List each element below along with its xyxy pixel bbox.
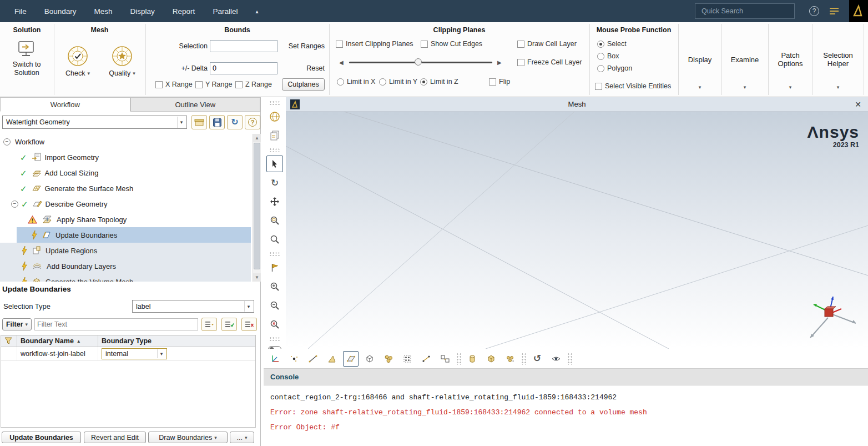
- column-header-boundary-type[interactable]: Boundary Type: [98, 335, 255, 347]
- update-boundaries-button[interactable]: Update Boundaries: [2, 432, 81, 443]
- tree-item-import-geometry[interactable]: ✓ Import Geometry: [0, 149, 251, 165]
- y-range-checkbox[interactable]: Y Range: [195, 81, 232, 88]
- patch-options-dropdown-button[interactable]: PatchOptions▾: [768, 22, 813, 97]
- filter-dropdown-button[interactable]: Filter▾: [2, 318, 32, 330]
- slider-handle[interactable]: [415, 58, 422, 66]
- undo-button[interactable]: ↺: [529, 351, 545, 367]
- workflow-save-button[interactable]: [209, 115, 225, 129]
- console-output[interactable]: contact_region_2-trg:168466 and shaft-re…: [264, 386, 868, 446]
- path-select-button[interactable]: [418, 351, 434, 367]
- table-row[interactable]: workflow-st-join-label internal▾: [1, 347, 255, 361]
- revert-and-edit-button[interactable]: Revert and Edit: [84, 432, 146, 443]
- select-object-button[interactable]: [381, 351, 396, 367]
- rotate-view-button[interactable]: ↻: [266, 174, 283, 191]
- collapse-icon[interactable]: −: [3, 138, 11, 146]
- globe-display-button[interactable]: [266, 108, 283, 125]
- list-expand-button[interactable]: [201, 318, 217, 331]
- select-visible-entities-checkbox[interactable]: Select Visible Entities: [595, 82, 671, 90]
- x-range-checkbox[interactable]: X Range: [155, 81, 193, 88]
- probe-polygon-radio[interactable]: Polygon: [597, 64, 632, 72]
- filter-column-header[interactable]: [1, 335, 17, 347]
- tab-workflow[interactable]: Workflow: [0, 97, 130, 112]
- slider-right-arrow[interactable]: ▶: [497, 59, 502, 66]
- probe-select-radio[interactable]: Select: [597, 40, 627, 48]
- add-cylinder-button[interactable]: [465, 351, 480, 367]
- examine-dropdown-button[interactable]: Examine▾: [721, 22, 768, 97]
- display-dropdown-button[interactable]: Display▾: [678, 22, 721, 97]
- probe-flag-button[interactable]: [266, 259, 283, 276]
- boundary-type-select[interactable]: internal▾: [102, 348, 167, 359]
- draw-boundaries-button[interactable]: Draw Boundaries▾: [148, 432, 228, 443]
- tree-item-update-boundaries[interactable]: Update Boundaries: [17, 227, 251, 243]
- tree-item-add-boundary-layers[interactable]: Add Boundary Layers: [0, 258, 251, 274]
- mesh-check-button[interactable]: Check▾: [60, 44, 95, 77]
- delta-input[interactable]: [210, 62, 277, 74]
- selection-helper-dropdown-button[interactable]: SelectionHelper▾: [813, 22, 864, 97]
- cutplanes-button[interactable]: Cutplanes: [282, 78, 325, 91]
- console-header[interactable]: Console: [264, 368, 868, 385]
- collapse-icon[interactable]: −: [11, 201, 18, 208]
- flip-checkbox[interactable]: Flip: [489, 78, 510, 86]
- graphics-canvas[interactable]: Λnsys 2023 R1: [286, 112, 868, 349]
- workflow-type-select[interactable]: Watertight Geometry▾: [2, 116, 187, 129]
- toolbar-grip[interactable]: [269, 251, 281, 256]
- draw-cell-layer-checkbox[interactable]: Draw Cell Layer: [517, 40, 577, 48]
- workflow-refresh-button[interactable]: ↻: [227, 115, 243, 129]
- search-input[interactable]: [702, 7, 791, 15]
- add-box-button[interactable]: [483, 351, 499, 367]
- z-range-checkbox[interactable]: Z Range: [235, 81, 272, 88]
- tree-item-generate-volume-mesh[interactable]: Generate the Volume Mesh: [0, 274, 251, 282]
- material-points-button[interactable]: [502, 351, 518, 367]
- pointer-tool-button[interactable]: [266, 156, 283, 172]
- filter-text-input[interactable]: [34, 318, 198, 330]
- mesh-quality-button[interactable]: Quality▾: [105, 44, 139, 77]
- switch-to-solution-button[interactable]: Switch toSolution: [4, 40, 49, 77]
- zoom-tool-button[interactable]: [266, 231, 283, 248]
- limit-in-x-radio[interactable]: Limit in X: [337, 78, 375, 86]
- select-cell-button[interactable]: [362, 351, 377, 367]
- clipping-plane-slider[interactable]: [349, 59, 492, 66]
- select-edge-button[interactable]: [305, 351, 321, 367]
- slider-left-arrow[interactable]: ◀: [339, 59, 344, 66]
- limit-in-y-radio[interactable]: Limit in Y: [379, 78, 417, 86]
- window-list-button[interactable]: [829, 7, 839, 16]
- workflow-load-button[interactable]: [191, 115, 207, 129]
- toolbar-grip[interactable]: [521, 353, 526, 365]
- probe-box-radio[interactable]: Box: [597, 52, 619, 60]
- zoom-box-button[interactable]: [266, 212, 283, 229]
- scroll-up-arrow[interactable]: ▲: [253, 134, 261, 142]
- tree-item-workflow-root[interactable]: − Workflow: [0, 134, 251, 149]
- show-cut-edges-checkbox[interactable]: Show Cut Edges: [421, 40, 482, 48]
- toolbar-grip[interactable]: [456, 353, 461, 365]
- menu-boundary[interactable]: Boundary: [36, 0, 85, 22]
- tree-item-update-regions[interactable]: Update Regions: [0, 243, 251, 258]
- select-point-button[interactable]: [286, 351, 302, 367]
- column-header-boundary-name[interactable]: Boundary Name▲: [17, 335, 98, 347]
- tree-item-generate-surface-mesh[interactable]: ✓ Generate the Surface Mesh: [0, 181, 251, 196]
- more-options-button[interactable]: ...▾: [230, 432, 254, 443]
- menu-file[interactable]: File: [6, 0, 36, 22]
- quick-search-box[interactable]: [695, 3, 795, 19]
- copy-view-button[interactable]: [266, 127, 283, 144]
- tree-item-add-local-sizing[interactable]: ✓ Add Local Sizing: [0, 165, 251, 181]
- zoom-out-button[interactable]: [266, 297, 283, 314]
- toolbar-grip[interactable]: [567, 353, 572, 365]
- multi-select-button[interactable]: [437, 351, 453, 367]
- selection-type-select[interactable]: label▾: [132, 300, 254, 313]
- menu-mesh[interactable]: Mesh: [85, 0, 122, 22]
- menu-parallel[interactable]: Parallel: [204, 0, 246, 22]
- tree-item-describe-geometry[interactable]: − ✓ Describe Geometry: [0, 196, 251, 212]
- reset-button[interactable]: Reset: [299, 64, 325, 72]
- toolbar-grip[interactable]: [269, 100, 281, 105]
- limit-in-z-radio[interactable]: Limit in Z: [420, 78, 458, 86]
- list-select-all-button[interactable]: [221, 318, 237, 331]
- menu-report[interactable]: Report: [164, 0, 204, 22]
- close-icon[interactable]: ✕: [855, 100, 861, 109]
- boundary-name-cell[interactable]: workflow-st-join-label: [17, 347, 98, 360]
- tab-outline-view[interactable]: Outline View: [130, 97, 261, 112]
- help-button[interactable]: ?: [809, 6, 819, 16]
- set-ranges-button[interactable]: Set Ranges: [284, 42, 325, 50]
- freeze-cell-layer-checkbox[interactable]: Freeze Cell Layer: [517, 58, 582, 66]
- toolbar-grip[interactable]: [269, 147, 281, 152]
- insert-clipping-planes-checkbox[interactable]: Insert Clipping Planes: [336, 40, 413, 48]
